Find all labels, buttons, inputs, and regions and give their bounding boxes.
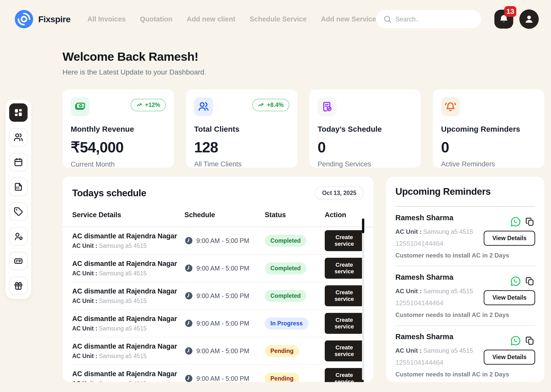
badge-value: +8.4% xyxy=(267,102,284,108)
col-service-details: Service Details xyxy=(72,211,184,219)
unit-value: Samsung a5 4515 xyxy=(99,353,147,359)
sidebar: 01 xyxy=(6,100,31,299)
stat-value: 0 xyxy=(441,139,536,156)
create-service-button[interactable]: Create service xyxy=(325,313,364,334)
trend-up-icon xyxy=(258,102,265,108)
unit-value: Samsung a5 4515 xyxy=(99,380,147,382)
status-badge: In Progress xyxy=(265,317,308,329)
service-title: AC dismantle at Rajendra Nagar xyxy=(72,287,184,295)
unit-value: Samsung a5 4515 xyxy=(99,242,147,249)
stat-title: Today’s Schedule xyxy=(318,125,413,133)
trend-up-icon xyxy=(136,102,143,108)
create-service-button[interactable]: Create service xyxy=(325,230,364,251)
gift-icon xyxy=(14,281,23,290)
header-actions: 13 xyxy=(494,9,539,29)
reminder-note: Customer needs to install AC in 2 Days xyxy=(395,252,535,259)
reminders-panel-title: Upcoming Reminders xyxy=(395,186,535,197)
page-title: Welcome Back Ramesh! xyxy=(62,50,544,64)
whatsapp-icon[interactable] xyxy=(510,216,521,227)
main-content: Welcome Back Ramesh! Here is the Latest … xyxy=(0,50,551,382)
unit-label: AC Unit : xyxy=(72,242,97,249)
badge-value: +12% xyxy=(145,102,160,108)
notifications-button[interactable]: 13 xyxy=(494,10,513,29)
create-service-button[interactable]: Create service xyxy=(325,258,364,279)
search-bar[interactable] xyxy=(376,10,481,28)
unit-value: Samsung a5 4515 xyxy=(99,298,147,304)
stat-card-todays-schedule: Today’s Schedule 0 Pending Services xyxy=(309,90,421,168)
date-chip[interactable]: Oct 13, 2025 xyxy=(315,186,364,200)
time-range: 9:00 AM - 5:00 PM xyxy=(196,320,249,327)
list-item: Ramesh Sharma AC Unit : Samsung a5 4515 … xyxy=(395,326,535,382)
unit-value: Samsung a5 4515 xyxy=(423,228,473,235)
status-badge: Pending xyxy=(265,373,299,382)
unit-label: AC Unit : xyxy=(395,288,422,295)
view-details-button[interactable]: View Details xyxy=(484,290,535,305)
clock-icon xyxy=(184,347,193,355)
service-title: AC dismantle at Rajendra Nagar xyxy=(72,342,184,350)
todays-schedule-panel: Todays schedule Oct 13, 2025 Service Det… xyxy=(62,177,373,382)
create-service-button[interactable]: Create service xyxy=(325,285,364,306)
stat-caption: All Time Clients xyxy=(194,160,289,168)
stat-caption: Pending Services xyxy=(318,160,413,168)
clients-trend-badge: +8.4% xyxy=(252,99,289,111)
col-status: Status xyxy=(265,211,325,219)
col-action: Action xyxy=(325,211,364,219)
create-service-button[interactable]: Create service xyxy=(325,368,364,382)
sidebar-item-invoices[interactable]: 01 xyxy=(9,178,28,196)
profile-avatar[interactable] xyxy=(519,9,539,29)
time-range: 9:00 AM - 5:00 PM xyxy=(196,292,249,300)
sidebar-item-dashboard[interactable] xyxy=(9,103,28,122)
search-input[interactable] xyxy=(395,16,478,23)
time-range: 9:00 AM - 5:00 PM xyxy=(196,237,249,244)
clock-icon xyxy=(184,236,193,245)
unit-label: AC Unit : xyxy=(72,270,97,277)
invoice-icon: 01 xyxy=(14,182,23,191)
user-icon xyxy=(524,14,534,24)
sidebar-item-technicians[interactable] xyxy=(9,227,28,246)
tag-icon xyxy=(14,207,23,216)
sidebar-item-barcode[interactable] xyxy=(9,252,28,270)
nav-schedule-service[interactable]: Schedule Service xyxy=(249,15,307,23)
unit-value: Samsung a5 4515 xyxy=(99,325,147,332)
unit-label: AC Unit : xyxy=(72,380,97,382)
view-details-button[interactable]: View Details xyxy=(484,350,535,365)
whatsapp-icon[interactable] xyxy=(510,276,521,287)
sidebar-item-calendar[interactable] xyxy=(9,153,28,171)
unit-value: Samsung a5 4515 xyxy=(99,270,147,277)
clock-icon xyxy=(184,264,193,273)
banknote-icon xyxy=(71,97,90,116)
reminder-note: Customer needs to install AC in 2 Days xyxy=(395,311,535,318)
table-row: AC dismantle at Rajendra Nagar AC Unit :… xyxy=(72,337,364,365)
svg-text:01: 01 xyxy=(16,186,19,190)
nav-all-invoices[interactable]: All Invoices xyxy=(87,15,126,23)
nav-add-new-service[interactable]: Add new Service xyxy=(321,15,376,23)
copy-icon[interactable] xyxy=(525,217,535,227)
revenue-trend-badge: +12% xyxy=(131,99,166,111)
service-title: AC dismantle at Rajendra Nagar xyxy=(72,370,184,378)
nav-quotation[interactable]: Quotation xyxy=(140,15,172,23)
sidebar-item-pricing[interactable] xyxy=(9,202,28,221)
upcoming-reminders-panel: Upcoming Reminders Ramesh Sharma AC Unit… xyxy=(386,177,544,382)
unit-label: AC Unit : xyxy=(72,353,97,359)
whatsapp-icon[interactable] xyxy=(510,335,521,346)
schedule-table-header: Service Details Schedule Status Action xyxy=(72,211,364,219)
table-row: AC dismantle at Rajendra Nagar AC Unit :… xyxy=(72,365,364,382)
copy-icon[interactable] xyxy=(525,276,535,286)
copy-icon[interactable] xyxy=(525,336,535,346)
time-range: 9:00 AM - 5:00 PM xyxy=(196,347,249,355)
table-row: AC dismantle at Rajendra Nagar AC Unit :… xyxy=(72,255,364,282)
fixspire-logo-icon xyxy=(15,10,33,28)
status-badge: Completed xyxy=(265,235,306,247)
users-icon xyxy=(194,97,213,116)
stat-card-upcoming-reminders: Upcoming Reminders 0 Active Reminders xyxy=(433,90,544,168)
clock-icon xyxy=(184,319,193,328)
stat-title: Monthly Revenue xyxy=(71,125,166,133)
view-details-button[interactable]: View Details xyxy=(484,231,535,246)
table-scrollbar-thumb[interactable] xyxy=(362,218,364,233)
create-service-button[interactable]: Create service xyxy=(325,340,364,361)
unit-label: AC Unit : xyxy=(395,347,422,354)
sidebar-item-rewards[interactable] xyxy=(9,277,28,295)
list-item: Ramesh Sharma AC Unit : Samsung a5 4515 … xyxy=(395,207,535,266)
nav-add-new-client[interactable]: Add new client xyxy=(187,15,235,23)
sidebar-item-clients[interactable] xyxy=(9,128,28,146)
